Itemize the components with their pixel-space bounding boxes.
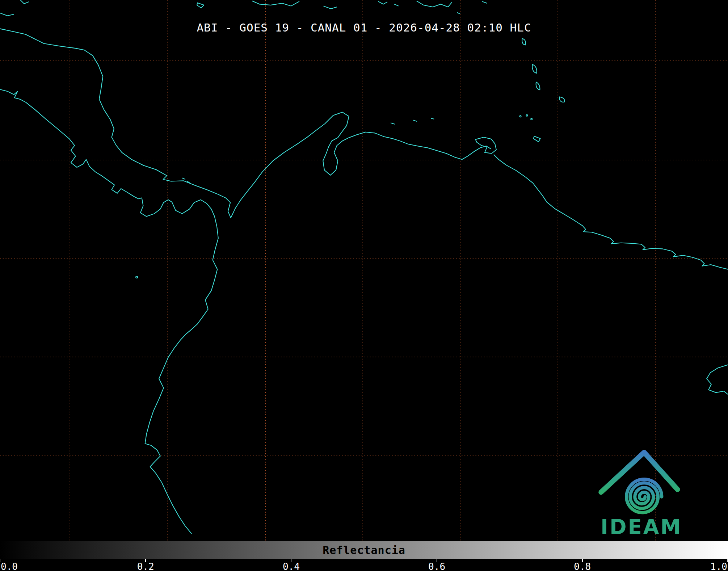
coastline-guyana — [494, 155, 728, 269]
image-title: ABI - GOES 19 - CANAL 01 - 2026-04-28 02… — [0, 21, 728, 34]
island-antilles-5 — [526, 115, 527, 116]
island-pearl-1 — [182, 178, 185, 180]
island-top-d — [378, 1, 388, 4]
island-antilles-7 — [519, 116, 521, 117]
island-tobago — [533, 136, 540, 142]
coastline-layer — [0, 0, 728, 533]
colorbar-gradient: Reflectancia — [0, 541, 728, 559]
tick-label: 1.0 — [710, 561, 727, 571]
tick-label: 0.8 — [574, 561, 591, 571]
coastline-caribbean — [0, 29, 491, 218]
logo-mountain-icon — [601, 452, 677, 492]
logo-hurricane-spiral-icon — [627, 479, 662, 513]
island-antilles-1 — [522, 38, 526, 45]
tick-label: 0.4 — [283, 561, 300, 571]
coastline-top-edge-a — [20, 0, 29, 4]
coastline-bottom-right — [707, 365, 728, 394]
island-antilles-2 — [532, 64, 536, 73]
island-top-c — [323, 6, 337, 9]
colorbar-axis: 0.0 0.2 0.4 0.6 0.8 1.0 — [0, 559, 728, 571]
logo-text: IDEAM — [601, 515, 682, 539]
island-top-f — [417, 1, 452, 7]
satellite-image-viewer: IDEAM ABI - GOES 19 - CANAL 01 - 2026-04… — [0, 0, 728, 571]
island-top-b — [252, 1, 299, 6]
island-antilles-3 — [536, 82, 540, 90]
tick-mark — [0, 559, 0, 562]
island-top-h — [482, 1, 487, 3]
island-abc-2 — [413, 120, 417, 122]
island-top-g — [457, 13, 460, 14]
island-antilles-6 — [531, 118, 532, 120]
island-abc-1 — [391, 123, 395, 124]
tick-label: 0.0 — [1, 561, 18, 571]
coastline-top-left — [0, 13, 13, 16]
colorbar-label: Reflectancia — [323, 544, 405, 557]
tick-label: 0.2 — [137, 561, 154, 571]
tick-label: 0.6 — [428, 561, 445, 571]
island-trinidad — [475, 137, 496, 154]
island-top-e — [394, 4, 399, 6]
island-san-andres — [136, 276, 138, 278]
grid-lines — [0, 0, 728, 541]
island-abc-3 — [431, 118, 434, 119]
ideam-logo: IDEAM — [601, 452, 682, 538]
satellite-map: IDEAM — [0, 0, 728, 571]
island-top-a — [197, 3, 204, 8]
island-antilles-4 — [559, 97, 564, 102]
coastline-pacific — [0, 89, 218, 533]
colorbar: Reflectancia 0.0 0.2 0.4 0.6 0.8 — [0, 541, 728, 571]
